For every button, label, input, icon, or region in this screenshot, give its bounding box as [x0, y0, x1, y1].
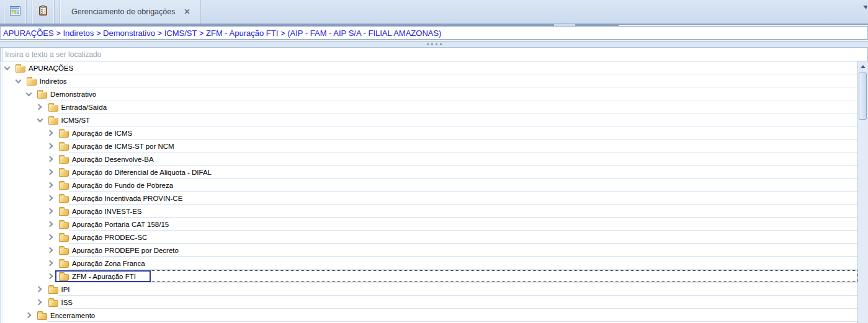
- chevron-right-icon[interactable]: [47, 220, 55, 228]
- tree-item-box[interactable]: Apuração Incentivada PROVIN-CE: [55, 192, 186, 204]
- chevron-right-icon[interactable]: [47, 155, 55, 163]
- tree-item[interactable]: ISS: [1, 296, 857, 309]
- tree-item-box[interactable]: Apuração PRODEPE por Decreto: [55, 244, 182, 256]
- tree-item-label: Entrada/Saída: [61, 104, 107, 111]
- tab-task-list[interactable]: [32, 0, 55, 24]
- chevron-right-icon[interactable]: [47, 233, 55, 241]
- tree-item-label: Apuração do Fundo de Pobreza: [72, 182, 173, 189]
- chevron-right-icon[interactable]: [47, 129, 55, 137]
- folder-icon: [59, 196, 69, 203]
- tree-item-box[interactable]: Apuração Portaria CAT 158/15: [55, 218, 172, 230]
- chevron-right-icon[interactable]: [36, 298, 44, 306]
- tree-item[interactable]: Apuração INVEST-ES: [1, 205, 857, 218]
- chevron-down-icon[interactable]: [36, 116, 44, 124]
- tree-item-box[interactable]: Indiretos: [23, 75, 71, 87]
- chevron-right-icon[interactable]: [36, 103, 44, 111]
- tree-item-box[interactable]: Apuração Desenvolve-BA: [55, 153, 158, 165]
- chevron-right-icon[interactable]: [36, 285, 44, 293]
- tree-item-box[interactable]: Apuração INVEST-ES: [55, 205, 146, 217]
- horizontal-splitter[interactable]: [0, 40, 868, 48]
- clipboard-check-icon: [38, 5, 48, 19]
- tab-gerenciamento-de-obrigacoes[interactable]: Gerenciamento de obrigações ✕: [60, 0, 201, 24]
- folder-icon: [59, 274, 69, 281]
- chevron-down-icon[interactable]: [25, 90, 33, 98]
- splitter-dot: [431, 43, 433, 45]
- scrollbar-thumb[interactable]: [859, 73, 867, 120]
- tree-item-box[interactable]: Encerramento: [34, 309, 99, 321]
- chevron-right-icon[interactable]: [47, 272, 55, 280]
- chevron-right-icon[interactable]: [47, 168, 55, 176]
- folder-icon: [37, 313, 47, 320]
- tree-item-label: Apuração Zona Franca: [72, 260, 145, 267]
- tree-item[interactable]: Apuração Zona Franca: [1, 257, 857, 270]
- chevron-right-icon[interactable]: [47, 194, 55, 202]
- tree-item-label: Apuração Desenvolve-BA: [72, 156, 154, 163]
- search-bar: [0, 48, 868, 61]
- tree-item[interactable]: Apuração PRODEC-SC: [1, 231, 857, 244]
- tree-item[interactable]: Indiretos: [1, 74, 857, 87]
- tree-item[interactable]: Apuração do Diferencial de Aliquota - DI…: [1, 166, 857, 179]
- tree-item[interactable]: Apuração de ICMS-ST por NCM: [1, 139, 857, 153]
- close-icon[interactable]: ✕: [184, 8, 190, 15]
- tree-item[interactable]: IPI: [1, 283, 857, 296]
- tree-item-box[interactable]: Apuração de ICMS: [55, 127, 136, 139]
- tree-item-box-selected[interactable]: ZFM - Apuração FTI: [55, 270, 151, 282]
- tree-item-box[interactable]: Apuração Zona Franca: [55, 257, 149, 269]
- chevron-right-icon[interactable]: [47, 259, 55, 267]
- search-input[interactable]: [1, 48, 867, 61]
- chevron-right-icon[interactable]: [47, 181, 55, 189]
- tree-item-box[interactable]: IPI: [45, 283, 74, 295]
- splitter-dot: [436, 43, 437, 45]
- tree-item[interactable]: Apuração do Fundo de Pobreza: [1, 179, 857, 192]
- tree-item[interactable]: APURAÇÕES: [1, 61, 857, 74]
- tree-item-box[interactable]: Entrada/Saída: [45, 101, 111, 113]
- tree-item-box[interactable]: APURAÇÕES: [12, 62, 77, 74]
- chevron-right-icon[interactable]: [47, 246, 55, 254]
- folder-icon: [59, 222, 69, 229]
- tree-item-label: Apuração de ICMS-ST por NCM: [72, 143, 174, 150]
- tree-item-label: Apuração Portaria CAT 158/15: [72, 221, 169, 228]
- folder-icon: [48, 300, 58, 307]
- tree-item[interactable]: ZFM - Apuração FTI: [1, 270, 857, 283]
- tree-item[interactable]: ICMS/ST: [1, 113, 857, 126]
- tree-item-box[interactable]: ICMS/ST: [45, 114, 94, 126]
- tree-item-label: Apuração PRODEPE por Decreto: [72, 247, 179, 254]
- tree-item-label: IPI: [61, 286, 70, 293]
- folder-icon: [27, 79, 37, 86]
- tree-item[interactable]: Demonstrativo: [1, 87, 857, 100]
- chevron-down-icon[interactable]: [3, 64, 11, 72]
- grid-icon: [10, 6, 20, 19]
- breadcrumb: APURAÇÕES > Indiretos > Demonstrativo > …: [0, 26, 868, 40]
- tree-item[interactable]: Apuração Incentivada PROVIN-CE: [1, 192, 857, 205]
- tree-rows: APURAÇÕESIndiretosDemonstrativoEntrada/S…: [1, 61, 857, 322]
- tree-item-box[interactable]: Apuração PRODEC-SC: [55, 231, 151, 243]
- chevron-right-icon[interactable]: [47, 142, 55, 150]
- tree-item[interactable]: Apuração de ICMS: [1, 126, 857, 139]
- tree-item-label: APURAÇÕES: [29, 64, 73, 72]
- chevron-right-icon[interactable]: [47, 207, 55, 215]
- focus-rectangle: [151, 270, 857, 282]
- tab-overflow-arrow-icon[interactable]: [863, 6, 867, 9]
- breadcrumb-path[interactable]: APURAÇÕES > Indiretos > Demonstrativo > …: [3, 29, 441, 38]
- folder-icon: [59, 261, 69, 268]
- tree-item-box[interactable]: Apuração do Fundo de Pobreza: [55, 179, 177, 191]
- tree-item-label: ICMS/ST: [61, 117, 91, 124]
- tree-item[interactable]: Apuração PRODEPE por Decreto: [1, 244, 857, 257]
- tree-item-label: Demonstrativo: [50, 91, 96, 98]
- tree-item-label: Apuração do Diferencial de Aliquota - DI…: [72, 169, 212, 176]
- chevron-down-icon[interactable]: [14, 77, 22, 85]
- tree-item-box[interactable]: ISS: [45, 296, 77, 308]
- chevron-right-icon[interactable]: [25, 311, 33, 319]
- tree-item[interactable]: Entrada/Saída: [1, 100, 857, 113]
- tree-item[interactable]: Apuração Desenvolve-BA: [1, 153, 857, 166]
- tree-item-box[interactable]: Apuração do Diferencial de Aliquota - DI…: [55, 166, 215, 178]
- tree-item-box[interactable]: Apuração de ICMS-ST por NCM: [55, 140, 178, 152]
- vertical-scrollbar[interactable]: [857, 61, 868, 323]
- tree-item-label: ISS: [61, 299, 73, 306]
- folder-icon: [48, 287, 58, 294]
- scroll-up-arrow-icon[interactable]: [858, 61, 868, 72]
- tree-item-box[interactable]: Demonstrativo: [34, 88, 100, 100]
- tab-grid-view[interactable]: [4, 0, 27, 24]
- tree-item[interactable]: Apuração Portaria CAT 158/15: [1, 218, 857, 231]
- tree-item[interactable]: Encerramento: [1, 309, 857, 322]
